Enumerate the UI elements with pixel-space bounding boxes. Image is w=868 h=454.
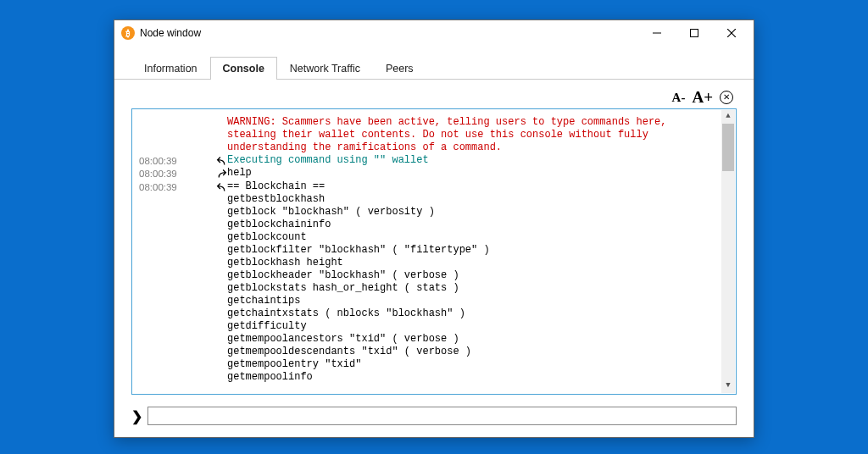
clear-console-button[interactable]: ✕ bbox=[720, 91, 733, 104]
tab-information[interactable]: Information bbox=[131, 57, 210, 80]
console-warning: WARNING: Scammers have been active, tell… bbox=[227, 116, 719, 154]
tabbar: Information Console Network Traffic Peer… bbox=[114, 46, 754, 80]
scroll-thumb[interactable] bbox=[722, 124, 734, 171]
console-input-row: ❯ bbox=[131, 407, 737, 425]
console-row: 08:00:39 Executing command using "" wall… bbox=[139, 154, 719, 167]
bitcoin-icon: ₿ bbox=[121, 26, 135, 40]
console-output: WARNING: Scammers have been active, tell… bbox=[131, 108, 737, 395]
svg-rect-1 bbox=[691, 30, 698, 37]
timestamp: 08:00:39 bbox=[139, 167, 200, 180]
scrollbar[interactable]: ▲ ▼ bbox=[721, 110, 735, 393]
close-button[interactable] bbox=[713, 21, 750, 45]
window-title: Node window bbox=[140, 27, 201, 39]
tab-console[interactable]: Console bbox=[210, 57, 277, 80]
timestamp: 08:00:39 bbox=[139, 180, 200, 193]
console-command: help bbox=[227, 167, 719, 180]
window-controls bbox=[638, 21, 750, 45]
maximize-button[interactable] bbox=[676, 21, 713, 45]
console-area: A- A+ ✕ WARNING: Scammers have been acti… bbox=[131, 86, 737, 395]
scroll-down-icon[interactable]: ▼ bbox=[721, 379, 735, 393]
console-warning-row: WARNING: Scammers have been active, tell… bbox=[139, 116, 719, 154]
scroll-up-icon[interactable]: ▲ bbox=[721, 110, 735, 124]
reply-out-icon bbox=[216, 181, 227, 192]
timestamp: 08:00:39 bbox=[139, 154, 200, 167]
font-decrease-button[interactable]: A- bbox=[672, 91, 686, 105]
reply-in-icon bbox=[216, 168, 227, 179]
tab-network-traffic[interactable]: Network Traffic bbox=[277, 57, 373, 80]
tab-peers[interactable]: Peers bbox=[373, 57, 426, 80]
minimize-button[interactable] bbox=[638, 21, 676, 45]
console-output-body: == Blockchain == getbestblockhash getblo… bbox=[227, 180, 719, 384]
console-row: 08:00:39 help bbox=[139, 167, 719, 180]
font-increase-button[interactable]: A+ bbox=[692, 88, 713, 107]
console-row: 08:00:39 == Blockchain == getbestblockha… bbox=[139, 180, 719, 384]
console-toolbar: A- A+ ✕ bbox=[131, 86, 737, 108]
node-window: ₿ Node window Information Console Networ… bbox=[114, 19, 754, 438]
reply-out-icon bbox=[216, 155, 227, 166]
console-input[interactable] bbox=[147, 407, 737, 425]
titlebar: ₿ Node window bbox=[114, 20, 754, 46]
console-message: Executing command using "" wallet bbox=[227, 154, 719, 167]
prompt-chevron-icon: ❯ bbox=[131, 408, 142, 424]
